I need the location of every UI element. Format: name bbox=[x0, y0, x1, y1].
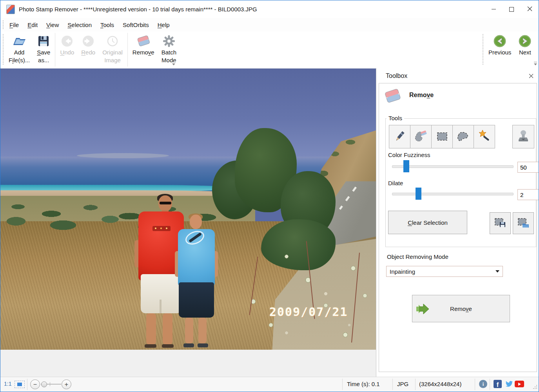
clone-stamp-icon bbox=[517, 129, 530, 145]
gear-icon bbox=[162, 34, 176, 49]
history-clock-icon bbox=[106, 34, 119, 49]
status-bar: 1:1 − + Time (s): 0.1 JPG (3264x2448x24)… bbox=[0, 377, 539, 392]
zoom-out-button[interactable]: − bbox=[30, 379, 40, 389]
tool-eraser-selection-button[interactable] bbox=[410, 125, 432, 148]
window-controls bbox=[485, 1, 539, 18]
menubar-grip[interactable] bbox=[2, 20, 4, 29]
close-button[interactable] bbox=[521, 1, 539, 18]
close-icon bbox=[529, 73, 534, 79]
previous-button[interactable]: Previous bbox=[485, 32, 515, 68]
toolbar-separator bbox=[127, 33, 128, 67]
remove-tool-label: Remove bbox=[132, 49, 154, 56]
tool-clone-stamp-button[interactable] bbox=[512, 125, 534, 148]
close-icon bbox=[527, 6, 532, 13]
facebook-icon: f bbox=[494, 380, 502, 388]
youtube-button[interactable] bbox=[515, 380, 524, 387]
tool-rectangle-selection-button[interactable] bbox=[431, 125, 453, 148]
minimize-icon bbox=[492, 9, 496, 9]
original-image-label: OriginalImage bbox=[102, 49, 123, 64]
facebook-button[interactable]: f bbox=[494, 380, 502, 388]
dilate-slider-thumb[interactable] bbox=[416, 188, 421, 200]
fit-icon bbox=[17, 383, 22, 386]
selection-save-icon bbox=[494, 217, 507, 230]
add-files-button[interactable]: AddFile(s)... bbox=[5, 32, 33, 68]
app-icon bbox=[6, 5, 15, 14]
toolbox-title: Toolbox bbox=[386, 72, 407, 79]
tool-freehand-selection-button[interactable] bbox=[452, 125, 474, 148]
menu-bar: File Edit View Selection Tools SoftOrbit… bbox=[0, 18, 539, 32]
undo-label: Undo bbox=[60, 49, 74, 56]
color-fuzziness-value[interactable] bbox=[517, 162, 539, 173]
toolbar-separator bbox=[55, 33, 55, 67]
zoom-slider-tick bbox=[50, 382, 50, 386]
resize-grip[interactable] bbox=[533, 384, 538, 391]
menu-file[interactable]: File bbox=[5, 19, 23, 31]
navigation-toolbar: Previous Next bbox=[480, 32, 535, 68]
title-bar: Photo Stamp Remover - ****Unregistered v… bbox=[0, 0, 539, 18]
redo-label: Redo bbox=[81, 49, 95, 56]
freehand-selection-icon bbox=[456, 130, 470, 144]
color-fuzziness-label: Color Fuzziness bbox=[388, 152, 430, 158]
batch-mode-button[interactable]: BatchMode bbox=[158, 32, 180, 68]
menu-softorbits[interactable]: SoftOrbits bbox=[118, 19, 153, 31]
navbar-grip[interactable] bbox=[482, 34, 483, 65]
remove-tool-button[interactable]: Remove bbox=[129, 32, 158, 68]
save-as-button[interactable]: Saveas... bbox=[33, 32, 54, 68]
zoom-ratio-label: 1:1 bbox=[4, 381, 11, 387]
color-fuzziness-slider-thumb[interactable] bbox=[403, 160, 409, 172]
color-fuzziness-slider[interactable] bbox=[392, 165, 514, 168]
photo-date-stamp: 2009/07/21 bbox=[269, 305, 348, 319]
maximize-button[interactable] bbox=[503, 1, 521, 18]
green-double-arrow-icon bbox=[416, 302, 431, 317]
photo-sky bbox=[0, 69, 376, 159]
zoom-in-button[interactable]: + bbox=[62, 379, 71, 389]
minimize-button[interactable] bbox=[485, 1, 503, 18]
object-removing-mode-label: Object Removing Mode bbox=[387, 253, 448, 260]
chevron-down-icon bbox=[495, 270, 499, 273]
dilate-value[interactable] bbox=[517, 189, 539, 200]
save-selection-button[interactable] bbox=[490, 212, 511, 234]
toolbar-overflow-chevron[interactable] bbox=[172, 62, 176, 66]
rectangle-selection-icon bbox=[436, 130, 449, 144]
next-button[interactable]: Next bbox=[515, 32, 535, 68]
next-icon bbox=[518, 34, 532, 49]
fit-to-window-button[interactable] bbox=[15, 381, 25, 388]
window-title: Photo Stamp Remover - ****Unregistered v… bbox=[19, 6, 257, 13]
redo-icon bbox=[82, 34, 95, 49]
boy-figure bbox=[175, 213, 218, 349]
eraser-selection-icon bbox=[414, 129, 428, 145]
load-selection-button[interactable] bbox=[513, 212, 534, 234]
remove-action-button[interactable]: Remove bbox=[412, 295, 510, 322]
maximize-icon bbox=[509, 7, 514, 12]
tools-group-label: Tools bbox=[387, 115, 404, 121]
toolbar-grip[interactable] bbox=[2, 34, 4, 65]
object-removing-mode-value: Inpainting bbox=[390, 268, 415, 275]
object-removing-mode-select[interactable]: Inpainting bbox=[386, 266, 503, 277]
previous-label: Previous bbox=[488, 49, 511, 56]
add-files-label: AddFile(s)... bbox=[9, 49, 30, 64]
menu-edit[interactable]: Edit bbox=[23, 19, 42, 31]
tool-magic-wand-button[interactable] bbox=[474, 125, 495, 148]
photo-canvas[interactable]: 2009/07/21 bbox=[0, 69, 376, 350]
image-dimensions-label: (3264x2448x24) bbox=[419, 381, 461, 387]
tool-pencil-button[interactable] bbox=[389, 125, 410, 148]
twitter-button[interactable] bbox=[505, 380, 513, 389]
twitter-icon bbox=[505, 382, 513, 389]
info-button[interactable]: i bbox=[479, 380, 487, 388]
menu-view[interactable]: View bbox=[42, 19, 63, 31]
zoom-slider-thumb[interactable] bbox=[41, 381, 47, 387]
undo-button: Undo bbox=[56, 32, 78, 68]
photo-thistles bbox=[236, 233, 376, 350]
clear-selection-button[interactable]: Clear Selection bbox=[388, 211, 467, 234]
dilate-slider[interactable] bbox=[392, 193, 514, 195]
processing-time-label: Time (s): 0.1 bbox=[347, 381, 380, 387]
eraser-icon bbox=[136, 34, 151, 49]
folder-icon bbox=[12, 34, 27, 49]
menu-tools[interactable]: Tools bbox=[96, 19, 118, 31]
main-toolbar: AddFile(s)... Saveas... Undo Redo Origin… bbox=[0, 32, 539, 68]
navbar-overflow-chevron[interactable] bbox=[534, 62, 537, 66]
menu-selection[interactable]: Selection bbox=[63, 19, 96, 31]
toolbox-panel: Toolbox Remove Tools Color Fuzziness bbox=[376, 68, 539, 378]
menu-help[interactable]: Help bbox=[153, 19, 174, 31]
toolbox-close-button[interactable] bbox=[528, 73, 534, 79]
